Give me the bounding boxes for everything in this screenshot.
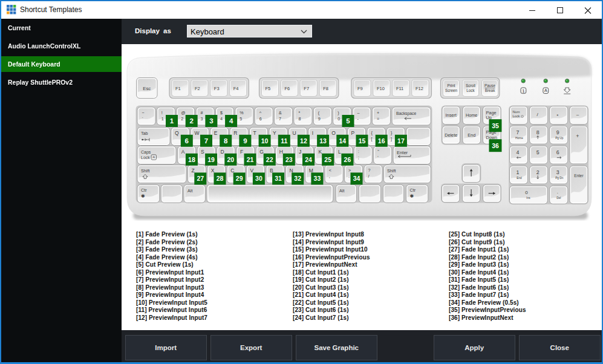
svg-text:H: H bbox=[279, 149, 283, 155]
svg-text:3: 3 bbox=[201, 116, 203, 122]
svg-text:12: 12 bbox=[300, 137, 307, 145]
svg-text:*: * bbox=[298, 110, 300, 115]
svg-text:28: 28 bbox=[217, 175, 224, 182]
svg-text:0: 0 bbox=[525, 190, 528, 195]
svg-text:29: 29 bbox=[236, 175, 243, 182]
svg-text:7: 7 bbox=[204, 137, 208, 145]
svg-text:~: ~ bbox=[142, 110, 145, 115]
svg-text:30: 30 bbox=[255, 175, 262, 182]
svg-text:End: End bbox=[468, 132, 475, 138]
svg-text:Q: Q bbox=[175, 130, 179, 136]
svg-text:A: A bbox=[152, 155, 155, 159]
svg-text:10: 10 bbox=[261, 137, 269, 145]
svg-text:Enter: Enter bbox=[397, 150, 408, 155]
svg-text:Caps: Caps bbox=[141, 150, 151, 155]
svg-text:32: 32 bbox=[294, 175, 301, 182]
svg-text:F1: F1 bbox=[175, 86, 181, 91]
svg-text:5: 5 bbox=[346, 117, 350, 125]
svg-text:7: 7 bbox=[279, 116, 281, 122]
svg-text:F7: F7 bbox=[304, 86, 309, 91]
svg-text:[: [ bbox=[371, 136, 373, 141]
svg-text:19: 19 bbox=[207, 156, 215, 163]
svg-text:!: ! bbox=[161, 110, 163, 115]
svg-text:✱: ✱ bbox=[410, 193, 414, 199]
svg-text:20: 20 bbox=[227, 156, 234, 163]
svg-text:>: > bbox=[348, 167, 351, 173]
svg-text:Delete: Delete bbox=[445, 132, 457, 138]
svg-text:Esc: Esc bbox=[143, 86, 151, 91]
svg-text:Pg Dn: Pg Dn bbox=[555, 177, 564, 180]
svg-text:25: 25 bbox=[324, 156, 331, 163]
svg-text:1: 1 bbox=[161, 116, 164, 122]
svg-text:15: 15 bbox=[359, 137, 366, 145]
svg-text:P: P bbox=[351, 130, 355, 136]
svg-text:F4: F4 bbox=[233, 86, 239, 91]
svg-text:0: 0 bbox=[337, 116, 340, 122]
svg-text:Insert: Insert bbox=[446, 112, 457, 118]
svg-text:Num: Num bbox=[513, 110, 520, 114]
svg-text:Ctr: Ctr bbox=[410, 187, 416, 193]
svg-text:Alt: Alt bbox=[187, 188, 192, 193]
svg-text:D: D bbox=[221, 149, 224, 155]
svg-text:13: 13 bbox=[319, 137, 327, 145]
svg-text:3: 3 bbox=[556, 169, 559, 175]
svg-text:K: K bbox=[319, 149, 322, 155]
svg-text:Del: Del bbox=[556, 197, 561, 200]
svg-text:F5: F5 bbox=[266, 86, 271, 91]
svg-text:Ctr: Ctr bbox=[141, 187, 147, 193]
svg-text:F3: F3 bbox=[214, 86, 220, 91]
svg-text:4: 4 bbox=[229, 117, 233, 125]
svg-text:8: 8 bbox=[298, 116, 301, 122]
svg-text:9: 9 bbox=[243, 137, 247, 145]
svg-text:Pause: Pause bbox=[484, 83, 496, 88]
svg-text:8: 8 bbox=[224, 137, 228, 145]
svg-text:11: 11 bbox=[281, 137, 287, 145]
svg-text:&: & bbox=[279, 110, 282, 115]
svg-text:Z: Z bbox=[191, 167, 194, 174]
svg-text:Y: Y bbox=[273, 130, 276, 136]
svg-text:L: L bbox=[338, 149, 341, 155]
svg-text:23: 23 bbox=[285, 156, 293, 163]
svg-text:18: 18 bbox=[188, 156, 195, 163]
svg-text:26: 26 bbox=[344, 156, 351, 163]
svg-text:.: . bbox=[557, 189, 558, 195]
svg-text:5: 5 bbox=[240, 116, 242, 122]
svg-text:W: W bbox=[194, 130, 199, 136]
svg-text:Scroll: Scroll bbox=[466, 83, 475, 88]
svg-text:9: 9 bbox=[556, 129, 559, 135]
svg-text:7: 7 bbox=[517, 129, 520, 135]
svg-text:–: – bbox=[357, 110, 360, 115]
svg-text:Print: Print bbox=[447, 83, 455, 88]
svg-text:35: 35 bbox=[492, 122, 499, 129]
svg-text:34: 34 bbox=[353, 175, 360, 182]
svg-text:9: 9 bbox=[318, 116, 321, 122]
svg-text:.: . bbox=[348, 174, 350, 179]
svg-text:+: + bbox=[576, 133, 579, 139]
svg-text:R: R bbox=[233, 130, 237, 136]
svg-text:17: 17 bbox=[397, 137, 405, 145]
svg-text:1: 1 bbox=[170, 117, 174, 125]
svg-text:3: 3 bbox=[209, 117, 213, 125]
svg-text:14: 14 bbox=[339, 137, 346, 145]
svg-text:F10: F10 bbox=[377, 86, 385, 91]
svg-text:–: – bbox=[576, 112, 579, 117]
svg-text:F8: F8 bbox=[323, 86, 328, 91]
svg-text:F6: F6 bbox=[284, 86, 290, 91]
svg-text:F12: F12 bbox=[416, 86, 423, 91]
svg-text:): ) bbox=[337, 110, 339, 115]
svg-text:Enter: Enter bbox=[574, 174, 584, 178]
svg-text:Break: Break bbox=[485, 88, 495, 93]
svg-text:]: ] bbox=[391, 136, 392, 141]
svg-text:I: I bbox=[312, 130, 313, 136]
svg-text:Shift: Shift bbox=[387, 168, 396, 174]
svg-text:6: 6 bbox=[556, 149, 559, 155]
svg-text:F2: F2 bbox=[195, 86, 200, 91]
svg-text:E: E bbox=[214, 130, 218, 136]
svg-text:A: A bbox=[181, 149, 185, 155]
svg-text:Ins: Ins bbox=[526, 197, 530, 200]
svg-text:": " bbox=[377, 149, 379, 154]
svg-text:F: F bbox=[240, 149, 243, 155]
svg-text:4: 4 bbox=[220, 116, 223, 122]
svg-text:@: @ bbox=[181, 110, 185, 115]
svg-text:/: / bbox=[368, 174, 370, 179]
